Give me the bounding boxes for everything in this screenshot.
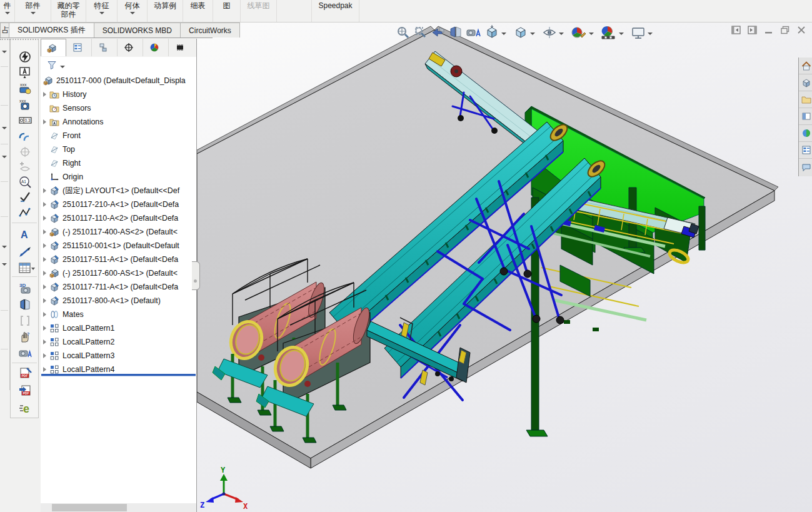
tree-item-pattern[interactable]: LocalLPattern1 [41, 321, 196, 335]
task-pane-models-button[interactable] [799, 74, 812, 91]
tab-propertymanager[interactable] [66, 39, 92, 56]
expand-arrow-icon[interactable] [43, 271, 46, 276]
section-view-icon[interactable] [448, 25, 464, 40]
tree-item-front-plane[interactable]: Front [41, 129, 196, 143]
tree-item-layout[interactable]: (固定) LAYOUT<1> (Default<<Def [41, 184, 196, 198]
expand-arrow-icon[interactable] [43, 339, 46, 344]
expand-arrow-icon[interactable] [43, 257, 46, 262]
expand-arrow-icon[interactable] [43, 326, 46, 331]
export-3d-pdf-icon[interactable]: PDF [19, 384, 31, 397]
restore-icon[interactable] [780, 25, 790, 35]
ribbon-motion-study-button[interactable]: 动算例 [148, 0, 183, 22]
capture-3d-view-icon[interactable]: 3D [19, 282, 31, 294]
chevron-down-icon[interactable] [501, 33, 506, 35]
tree-item-mates[interactable]: Mates [41, 308, 196, 321]
chevron-down-icon[interactable] [589, 33, 594, 35]
spell-check-icon[interactable] [19, 191, 31, 203]
drag-help-icon[interactable]: ? [19, 331, 31, 343]
expand-arrow-icon[interactable] [43, 312, 46, 317]
chevron-down-icon[interactable] [2, 263, 7, 266]
tree-item-right-plane[interactable]: Right [41, 156, 196, 170]
tree-item-component[interactable]: 2510117-711-A<1> (Default<Defa [41, 280, 196, 294]
expand-arrow-icon[interactable] [43, 202, 46, 207]
task-pane-design-library-button[interactable] [799, 91, 812, 108]
collapse-left-pane-icon[interactable] [731, 25, 741, 35]
expand-arrow-icon[interactable] [43, 367, 46, 372]
tab-solidworks-mbd[interactable]: SOLIDWORKS MBD [94, 23, 181, 38]
tree-root[interactable]: 2510117-000 (Default<Default_Displa [41, 74, 196, 88]
expand-arrow-icon[interactable] [43, 188, 46, 193]
model-flash-icon[interactable] [19, 51, 31, 63]
text-format-icon[interactable]: A [19, 228, 31, 241]
view-callout-icon[interactable]: A1 [19, 176, 31, 188]
tree-item-top-plane[interactable]: Top [41, 143, 196, 156]
chevron-down-icon[interactable] [2, 51, 7, 53]
minimize-icon[interactable] [764, 25, 774, 35]
ribbon-geometry-button[interactable]: 何体 [118, 0, 148, 22]
chevron-down-icon[interactable] [619, 33, 624, 35]
ribbon-drawing-button[interactable]: 图 [213, 0, 241, 22]
close-icon[interactable] [796, 25, 806, 35]
expand-arrow-icon[interactable] [43, 284, 46, 289]
tree-item-pattern[interactable]: LocalLPattern2 [41, 335, 196, 349]
tree-item-subassembly[interactable]: (-) 2510117-600-AS<1> (Default< [41, 266, 196, 280]
expand-arrow-icon[interactable] [43, 119, 46, 124]
tab-circuitworks[interactable]: CircuitWorks [180, 23, 240, 38]
chevron-down-icon[interactable] [2, 246, 7, 248]
zoom-to-fit-icon[interactable] [395, 25, 411, 40]
tree-item-history[interactable]: History [41, 88, 196, 101]
smart-dimension-icon[interactable]: xxx [19, 82, 31, 94]
dynamic-annotation-camera-icon[interactable] [19, 347, 31, 359]
panel-horizontal-scrollbar[interactable] [41, 503, 196, 512]
expand-arrow-icon[interactable] [43, 229, 46, 234]
geometric-tolerance-icon[interactable]: 0.3 [19, 114, 31, 126]
scrollbar-thumb[interactable] [52, 504, 127, 511]
zoom-to-area-icon[interactable] [413, 25, 429, 40]
tab-featuremanager[interactable] [41, 39, 66, 56]
task-pane-appearances-button[interactable] [799, 125, 812, 142]
chevron-down-icon[interactable] [2, 156, 7, 158]
ribbon-speedpak-button[interactable]: Speedpak [312, 0, 359, 22]
tree-item-component[interactable]: 2510117-210-A<1> (Default<Defa [41, 198, 196, 211]
edrawings-icon[interactable]: e [19, 402, 31, 414]
chevron-down-icon[interactable] [2, 127, 7, 129]
tree-item-pattern[interactable]: LocalLPattern3 [41, 349, 196, 363]
task-pane-view-palette-button[interactable] [799, 108, 812, 125]
ribbon-features-button[interactable]: 特征 [86, 0, 118, 22]
previous-view-icon[interactable] [430, 25, 446, 40]
tree-item-component[interactable]: 2510117-800-A<1> (Default) [41, 294, 196, 308]
tree-item-annotations[interactable]: Annotations [41, 115, 196, 129]
chevron-down-icon[interactable] [559, 33, 564, 35]
chevron-down-icon[interactable] [530, 33, 535, 35]
tab-solidworks-addins[interactable]: SOLIDWORKS 插件 [9, 23, 94, 38]
collapse-right-pane-icon[interactable] [748, 25, 758, 35]
viewport-3d-scene[interactable]: Y X Z [197, 23, 812, 512]
tree-item-subassembly[interactable]: (-) 2510117-400-AS<2> (Default< [41, 225, 196, 239]
graphics-viewport[interactable]: Y X Z [197, 23, 812, 512]
tree-item-component[interactable]: 2511510-001<1> (Default<Default [41, 239, 196, 253]
expand-arrow-icon[interactable] [43, 298, 46, 303]
dynamic-annotation-views-icon[interactable] [465, 25, 483, 40]
tree-item-component[interactable]: 2510117-511-A<1> (Default<Defa [41, 253, 196, 266]
weld-symbol-icon[interactable] [19, 130, 31, 143]
apply-scene-icon[interactable] [600, 25, 618, 40]
panel-collapse-handle[interactable] [192, 261, 200, 290]
note-icon[interactable] [19, 66, 31, 79]
tree-filter[interactable] [41, 57, 196, 73]
measure-icon[interactable] [19, 246, 31, 258]
display-style-icon[interactable] [513, 25, 529, 40]
ribbon-hidden-components-button[interactable]: 藏的零部件 [51, 0, 86, 22]
tab-dimxpertmanager[interactable] [118, 39, 143, 56]
task-pane-forum-button[interactable] [799, 159, 812, 176]
ribbon-insert-components-button[interactable]: 件 [0, 0, 15, 22]
chevron-down-icon[interactable] [648, 33, 653, 35]
tab-displaymanager[interactable] [143, 39, 169, 56]
ribbon-bom-button[interactable]: 细表 [183, 0, 213, 22]
tree-item-sensors[interactable]: Sensors [41, 101, 196, 115]
tree-item-origin[interactable]: Origin [41, 170, 196, 184]
task-pane-resources-button[interactable] [799, 58, 812, 74]
tree-item-component[interactable]: 2510117-110-A<2> (Default<Defa [41, 211, 196, 225]
section-view-book-icon[interactable] [19, 298, 31, 311]
rollback-bar[interactable] [41, 374, 196, 376]
tables-icon[interactable] [19, 262, 31, 274]
